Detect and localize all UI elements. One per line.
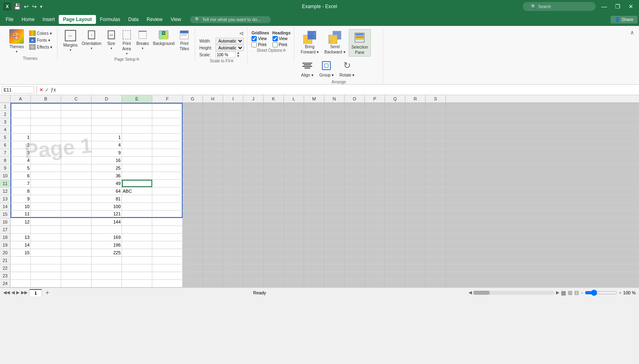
page-break-view-button[interactable]: ⊟	[574, 289, 579, 296]
cell-F22[interactable]	[152, 264, 183, 272]
cell-A11[interactable]: 7	[11, 180, 31, 187]
cell-A14[interactable]: 10	[11, 203, 31, 210]
cell-P2[interactable]	[365, 111, 385, 118]
cell-L10[interactable]	[284, 172, 304, 179]
cell-L1[interactable]	[284, 103, 304, 110]
cell-A1[interactable]	[11, 103, 31, 110]
cell-S9[interactable]	[426, 164, 446, 172]
cell-A24[interactable]	[11, 280, 31, 287]
cell-G11[interactable]	[183, 180, 203, 187]
row-num-5[interactable]: 5	[0, 134, 11, 141]
cell-O4[interactable]	[345, 126, 365, 133]
cell-R11[interactable]	[405, 180, 426, 187]
menu-item-data[interactable]: Data	[124, 15, 143, 24]
cell-O10[interactable]	[345, 172, 365, 179]
cell-J15[interactable]	[243, 211, 264, 218]
cell-J20[interactable]	[243, 249, 264, 256]
cell-K2[interactable]	[264, 111, 284, 118]
cell-Q21[interactable]	[385, 257, 405, 264]
cell-F11[interactable]	[152, 180, 183, 187]
cell-C6[interactable]	[61, 141, 92, 149]
cell-P9[interactable]	[365, 164, 385, 172]
cell-I3[interactable]	[223, 118, 243, 126]
cell-F3[interactable]	[152, 118, 183, 126]
cell-H11[interactable]	[203, 180, 223, 187]
cell-O12[interactable]	[345, 187, 365, 195]
cell-D9[interactable]: 25	[92, 164, 122, 172]
cell-K7[interactable]	[264, 149, 284, 156]
row-num-2[interactable]: 2	[0, 111, 11, 118]
cell-A16[interactable]: 12	[11, 218, 31, 226]
cell-F10[interactable]	[152, 172, 183, 179]
cell-Q20[interactable]	[385, 249, 405, 256]
cell-Q9[interactable]	[385, 164, 405, 172]
cell-F7[interactable]	[152, 149, 183, 156]
cell-N1[interactable]	[324, 103, 345, 110]
cell-L11[interactable]	[284, 180, 304, 187]
cell-K10[interactable]	[264, 172, 284, 179]
cell-N3[interactable]	[324, 118, 345, 126]
row-num-12[interactable]: 12	[0, 187, 11, 195]
cell-Q3[interactable]	[385, 118, 405, 126]
cell-P24[interactable]	[365, 280, 385, 287]
col-header-s[interactable]: S	[426, 95, 446, 102]
cell-H6[interactable]	[203, 141, 223, 149]
cell-A19[interactable]: 14	[11, 241, 31, 249]
scale-expand[interactable]: ⧉	[231, 59, 233, 63]
cell-L24[interactable]	[284, 280, 304, 287]
restore-button[interactable]: ❐	[613, 3, 623, 10]
cell-N7[interactable]	[324, 149, 345, 156]
cell-J17[interactable]	[243, 226, 264, 233]
cell-J13[interactable]	[243, 195, 264, 202]
cell-P1[interactable]	[365, 103, 385, 110]
cell-F6[interactable]	[152, 141, 183, 149]
cell-N14[interactable]	[324, 203, 345, 210]
group-button[interactable]: Group ▾	[317, 57, 337, 79]
col-header-g[interactable]: G	[183, 95, 203, 102]
cell-R12[interactable]	[405, 187, 426, 195]
cell-L16[interactable]	[284, 218, 304, 226]
row-num-1[interactable]: 1	[0, 103, 11, 110]
cell-A17[interactable]	[11, 226, 31, 233]
cell-B15[interactable]	[31, 211, 61, 218]
cell-K13[interactable]	[264, 195, 284, 202]
cell-E4[interactable]	[122, 126, 152, 133]
cell-I20[interactable]	[223, 249, 243, 256]
cell-D5[interactable]: 1	[92, 134, 122, 141]
cell-A10[interactable]: 6	[11, 172, 31, 179]
cell-J16[interactable]	[243, 218, 264, 226]
cell-P13[interactable]	[365, 195, 385, 202]
cell-A6[interactable]: 2	[11, 141, 31, 149]
cell-F21[interactable]	[152, 257, 183, 264]
cell-H19[interactable]	[203, 241, 223, 249]
cell-G21[interactable]	[183, 257, 203, 264]
cell-J22[interactable]	[243, 264, 264, 272]
scale-input[interactable]	[215, 51, 236, 58]
cancel-formula-button[interactable]: ✕	[39, 87, 43, 93]
cell-D13[interactable]: 81	[92, 195, 122, 202]
share-button[interactable]: 👤 Share	[611, 16, 637, 23]
cell-F1[interactable]	[152, 103, 183, 110]
cell-I9[interactable]	[223, 164, 243, 172]
cell-I6[interactable]	[223, 141, 243, 149]
col-header-f[interactable]: F	[152, 95, 183, 102]
cell-N11[interactable]	[324, 180, 345, 187]
row-num-9[interactable]: 9	[0, 164, 11, 172]
cell-B12[interactable]	[31, 187, 61, 195]
cell-I5[interactable]	[223, 134, 243, 141]
cell-S6[interactable]	[426, 141, 446, 149]
cell-A3[interactable]	[11, 118, 31, 126]
cell-F13[interactable]	[152, 195, 183, 202]
cell-I22[interactable]	[223, 264, 243, 272]
cell-P19[interactable]	[365, 241, 385, 249]
formula-input[interactable]	[58, 87, 637, 92]
cell-Q14[interactable]	[385, 203, 405, 210]
cell-J3[interactable]	[243, 118, 264, 126]
cell-M16[interactable]	[304, 218, 324, 226]
cell-N18[interactable]	[324, 234, 345, 241]
cell-E19[interactable]	[122, 241, 152, 249]
cell-N2[interactable]	[324, 111, 345, 118]
cell-I14[interactable]	[223, 203, 243, 210]
cell-E20[interactable]	[122, 249, 152, 256]
h-scroll-left[interactable]: ◀	[469, 290, 472, 295]
